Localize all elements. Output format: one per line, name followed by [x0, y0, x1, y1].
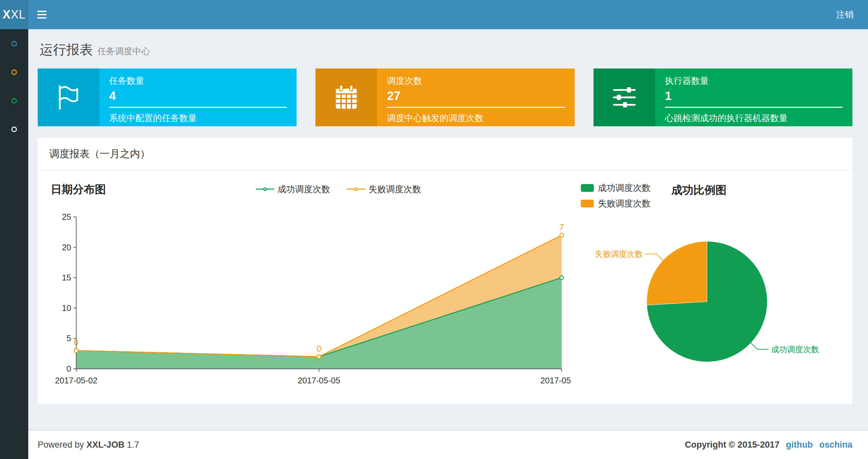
svg-text:2017-05-02: 2017-05-02 — [55, 376, 97, 385]
flag-icon — [38, 68, 99, 126]
oschina-link[interactable]: oschina — [819, 440, 852, 450]
svg-text:失败调度次数: 失败调度次数 — [595, 250, 643, 258]
logout-link[interactable]: 注销 — [822, 9, 868, 21]
info-box-description: 调度中心触发的调度次数 — [387, 112, 565, 124]
sidebar-toggle-button[interactable] — [28, 0, 56, 29]
circle-icon — [11, 69, 17, 75]
info-box-content: 调度次数 27 调度中心触发的调度次数 — [377, 68, 574, 126]
hamburger-icon — [37, 11, 46, 12]
svg-text:成功调度次数: 成功调度次数 — [771, 345, 819, 354]
svg-text:15: 15 — [62, 273, 71, 282]
line-dot-icon — [256, 186, 274, 192]
footer: Powered by XXL-JOB 1.7 Copyright © 2015-… — [28, 430, 868, 459]
pie-chart-title: 成功比例图 — [671, 183, 726, 198]
product-version: 1.7 — [127, 440, 140, 450]
panel-body: 日期分布图 成功调度次数 失败调度次数 0510152 — [38, 170, 852, 404]
legend-label: 失败调度次数 — [598, 198, 650, 209]
line-dot-icon — [347, 186, 365, 192]
line-chart-title: 日期分布图 — [51, 182, 106, 197]
pie-chart-header: 成功调度次数 失败调度次数 成功比例图 — [581, 182, 839, 209]
divider — [387, 107, 565, 108]
svg-text:0: 0 — [74, 338, 79, 347]
sidebar-item-1[interactable] — [0, 29, 28, 58]
svg-text:7: 7 — [559, 223, 564, 232]
info-box-title: 执行器数量 — [665, 75, 843, 87]
logo-text-bold: X — [3, 8, 11, 22]
circle-icon — [11, 41, 17, 46]
line-chart-header: 日期分布图 成功调度次数 失败调度次数 — [51, 182, 571, 200]
svg-text:2017-05-05: 2017-05-05 — [298, 376, 340, 385]
circle-icon — [11, 127, 17, 132]
date-distribution-section: 日期分布图 成功调度次数 失败调度次数 0510152 — [51, 182, 571, 395]
github-link[interactable]: github — [786, 440, 813, 450]
info-box-description: 心跳检测成功的执行器机器数量 — [665, 112, 843, 124]
sidebar-item-4[interactable] — [0, 115, 28, 143]
report-panel: 调度报表（一月之内） 日期分布图 成功调度次数 失败调度次数 — [38, 138, 852, 404]
sidebar-item-3[interactable] — [0, 86, 28, 115]
copyright: Copyright © 2015-2017 — [685, 440, 780, 450]
panel-title: 调度报表（一月之内） — [38, 138, 852, 170]
legend-item-success[interactable]: 成功调度次数 — [581, 182, 650, 194]
top-navbar: XXL 注销 — [0, 0, 868, 29]
svg-text:20: 20 — [62, 243, 71, 252]
legend-item-fail[interactable]: 失败调度次数 — [347, 184, 421, 195]
info-box-title: 调度次数 — [387, 75, 565, 87]
svg-text:0: 0 — [67, 364, 71, 373]
info-box-title: 任务数量 — [109, 75, 287, 87]
info-box-value: 1 — [665, 89, 843, 103]
info-box-row: 任务数量 4 系统中配置的任务数量 — [38, 68, 852, 126]
svg-text:0: 0 — [317, 344, 321, 353]
powered-prefix: Powered by — [38, 440, 84, 450]
circle-icon — [11, 98, 17, 103]
logo-text: XL — [11, 8, 26, 22]
svg-text:5: 5 — [67, 334, 71, 343]
info-box-value: 4 — [109, 89, 287, 103]
legend-label: 成功调度次数 — [598, 182, 650, 194]
content-header: 运行报表任务调度中心 — [38, 29, 852, 68]
divider — [665, 107, 843, 108]
sidebar — [0, 29, 28, 459]
info-box-description: 系统中配置的任务数量 — [109, 112, 287, 124]
info-box-executor-count: 执行器数量 1 心跳检测成功的执行器机器数量 — [593, 68, 852, 126]
success-ratio-pie: 成功调度次数失败调度次数 — [581, 209, 839, 394]
swatch-icon — [581, 184, 594, 192]
svg-text:25: 25 — [62, 212, 71, 221]
line-chart-legend: 成功调度次数 失败调度次数 — [106, 182, 571, 195]
navbar: 注销 — [28, 0, 868, 29]
legend-item-success[interactable]: 成功调度次数 — [256, 184, 330, 195]
info-box-job-count: 任务数量 4 系统中配置的任务数量 — [38, 68, 297, 126]
pie-chart-legend: 成功调度次数 失败调度次数 — [581, 182, 650, 209]
sliders-icon — [593, 68, 655, 126]
swatch-icon — [581, 200, 594, 207]
divider — [109, 107, 287, 108]
app-logo[interactable]: XXL — [0, 0, 28, 29]
powered-by: Powered by XXL-JOB 1.7 — [38, 440, 139, 450]
success-ratio-section: 成功调度次数 失败调度次数 成功比例图 成功调度次数失败调度次数 — [571, 182, 839, 395]
legend-label: 失败调度次数 — [368, 184, 421, 195]
content: 运行报表任务调度中心 任务数量 4 系统中配置的任务数量 — [28, 29, 868, 430]
legend-item-fail[interactable]: 失败调度次数 — [581, 198, 650, 209]
sidebar-item-2[interactable] — [0, 58, 28, 86]
footer-right: Copyright © 2015-2017 github oschina — [685, 440, 852, 450]
calendar-icon — [315, 68, 377, 126]
info-box-value: 27 — [387, 89, 565, 103]
svg-text:2017-05-08: 2017-05-08 — [540, 376, 571, 385]
info-box-content: 执行器数量 1 心跳检测成功的执行器机器数量 — [655, 68, 852, 126]
info-box-content: 任务数量 4 系统中配置的任务数量 — [99, 68, 297, 126]
svg-text:10: 10 — [62, 303, 71, 313]
main-area: 运行报表任务调度中心 任务数量 4 系统中配置的任务数量 — [28, 29, 868, 459]
page-title: 运行报表 — [40, 42, 93, 57]
legend-label: 成功调度次数 — [277, 184, 330, 195]
product-name: XXL-JOB — [86, 440, 124, 450]
page-subtitle: 任务调度中心 — [97, 46, 150, 56]
info-box-trigger-count: 调度次数 27 调度中心触发的调度次数 — [315, 68, 574, 126]
date-distribution-chart: 05101520252017-05-022017-05-052017-05-08… — [51, 203, 571, 395]
